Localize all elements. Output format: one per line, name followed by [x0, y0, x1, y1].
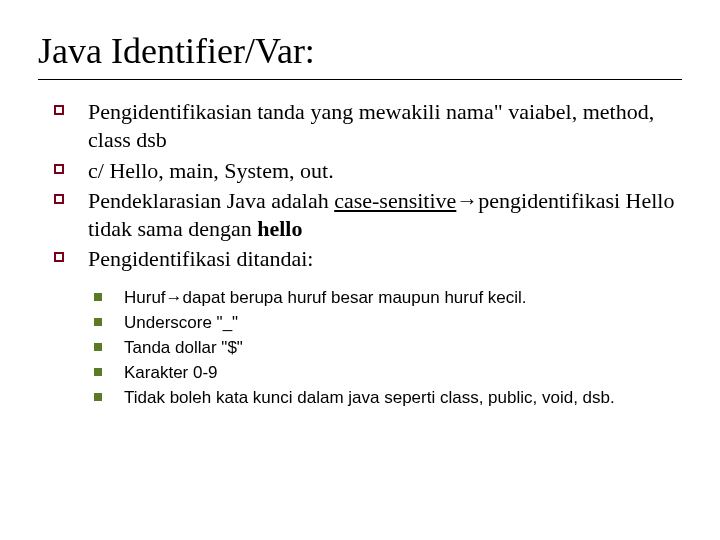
- bullet-list-level1: Pengidentifikasian tanda yang mewakili n…: [48, 98, 682, 273]
- arrow-icon: →: [166, 287, 183, 310]
- list-item-text-bold: hello: [257, 216, 302, 241]
- list-item: Underscore "_": [88, 312, 682, 335]
- slide: Java Identifier/Var: Pengidentifikasian …: [0, 0, 720, 540]
- list-item-text: Underscore "_": [124, 313, 238, 332]
- list-item: Tanda dollar "$": [88, 337, 682, 360]
- list-item: Pengidentifikasian tanda yang mewakili n…: [48, 98, 682, 154]
- list-item: c/ Hello, main, System, out.: [48, 157, 682, 185]
- list-item: Pengidentifikasi ditandai:: [48, 245, 682, 273]
- list-item-text: Pengidentifikasian tanda yang mewakili n…: [88, 99, 654, 152]
- list-item-text-prefix: Huruf: [124, 288, 166, 307]
- title-underline: [38, 79, 682, 80]
- slide-title: Java Identifier/Var:: [38, 30, 682, 73]
- list-item-text: Tanda dollar "$": [124, 338, 243, 357]
- list-item: Tidak boleh kata kunci dalam java sepert…: [88, 387, 682, 410]
- list-item-text: c/ Hello, main, System, out.: [88, 158, 334, 183]
- arrow-icon: →: [456, 187, 478, 215]
- list-item-text: Karakter 0-9: [124, 363, 218, 382]
- case-sensitive-underlined: case-sensitive: [334, 188, 456, 213]
- list-item: Huruf→dapat berupa huruf besar maupun hu…: [88, 287, 682, 310]
- list-item: Karakter 0-9: [88, 362, 682, 385]
- list-item-text: Pengidentifikasi ditandai:: [88, 246, 313, 271]
- list-item: Pendeklarasian Java adalah case-sensitiv…: [48, 187, 682, 243]
- list-item-text: Tidak boleh kata kunci dalam java sepert…: [124, 388, 615, 407]
- bullet-list-level2: Huruf→dapat berupa huruf besar maupun hu…: [88, 287, 682, 410]
- list-item-text-rest: dapat berupa huruf besar maupun huruf ke…: [183, 288, 527, 307]
- list-item-text-prefix: Pendeklarasian Java adalah: [88, 188, 334, 213]
